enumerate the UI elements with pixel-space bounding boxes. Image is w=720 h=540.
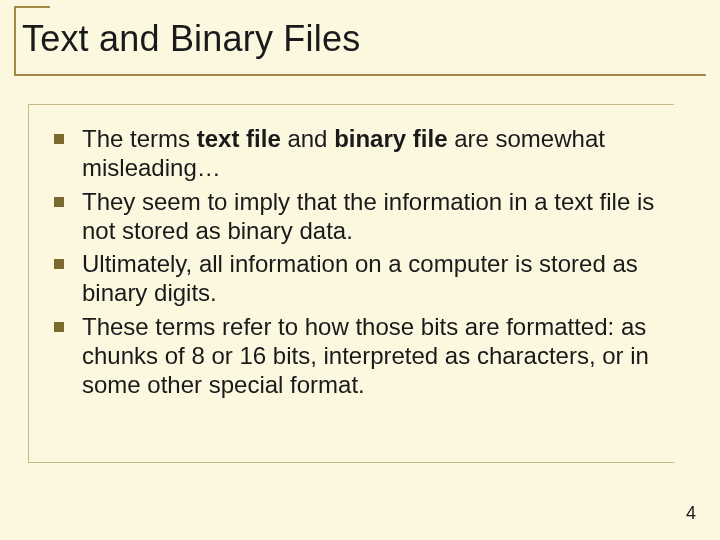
slide-title: Text and Binary Files — [0, 0, 720, 72]
bullet-text: and — [281, 125, 334, 152]
slide: Text and Binary Files The terms text fil… — [0, 0, 720, 540]
decorative-rule — [28, 104, 29, 462]
bullet-list: The terms text file and binary file are … — [50, 124, 668, 399]
decorative-rule — [14, 6, 16, 74]
list-item: Ultimately, all information on a compute… — [50, 249, 668, 308]
decorative-rule — [14, 6, 50, 8]
decorative-rule — [14, 74, 706, 76]
slide-body: The terms text file and binary file are … — [50, 124, 668, 403]
bullet-text: These terms refer to how those bits are … — [82, 313, 649, 399]
bullet-bold: binary file — [334, 125, 447, 152]
decorative-rule — [28, 462, 674, 463]
bullet-text: They seem to imply that the information … — [82, 188, 654, 244]
bullet-bold: text file — [197, 125, 281, 152]
bullet-text: Ultimately, all information on a compute… — [82, 250, 638, 306]
bullet-text: The terms — [82, 125, 197, 152]
list-item: The terms text file and binary file are … — [50, 124, 668, 183]
page-number: 4 — [686, 503, 696, 524]
list-item: They seem to imply that the information … — [50, 187, 668, 246]
list-item: These terms refer to how those bits are … — [50, 312, 668, 400]
decorative-rule — [28, 104, 674, 105]
